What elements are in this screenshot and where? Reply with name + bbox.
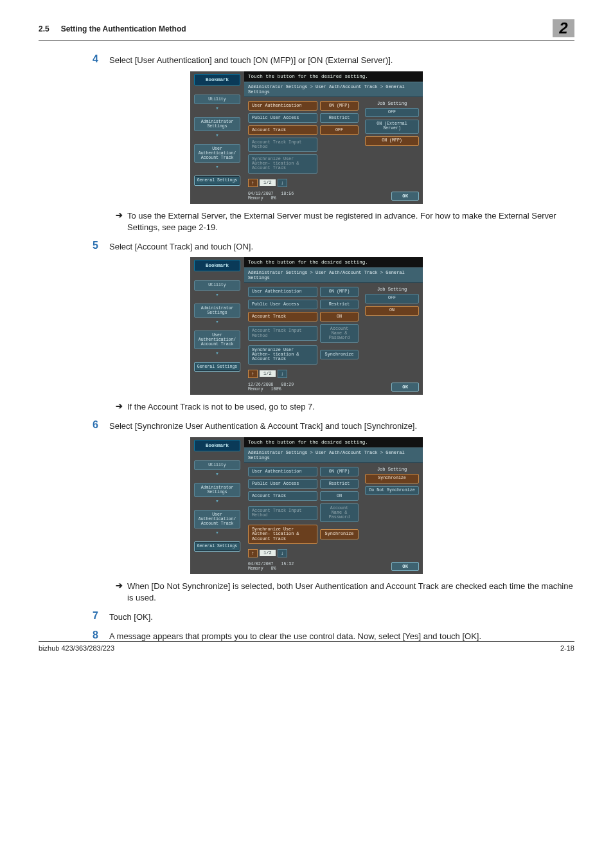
left-nav-item[interactable]: Utility [194, 280, 240, 290]
arrow-icon: ➔ [116, 401, 127, 413]
setting-row: Account Track Input MethodAccount Name &… [248, 324, 361, 343]
side-option-button[interactable]: ON [365, 306, 419, 316]
pager-down-button[interactable]: ↓ [278, 549, 287, 557]
ok-button[interactable]: OK [391, 562, 419, 571]
side-option-button[interactable]: ON (External Server) [365, 120, 419, 134]
setting-row: Account TrackON [248, 312, 361, 321]
setting-label[interactable]: Synchronize User Authen- tication & Acco… [248, 154, 317, 173]
left-nav-item[interactable]: General Settings [194, 362, 240, 372]
left-nav-item[interactable]: User Authentication/ Account Track [194, 144, 240, 163]
setting-label[interactable]: User Authentication [248, 287, 317, 296]
bookmark-button[interactable]: Bookmark [194, 260, 240, 271]
setting-value: Restrict [320, 113, 359, 123]
setting-row: Synchronize User Authen- tication & Acco… [248, 154, 361, 173]
setting-label[interactable]: Account Track Input Method [248, 506, 317, 520]
setting-label[interactable]: Public User Access [248, 300, 317, 309]
note-6: ➔ When [Do Not Synchronize] is selected,… [116, 581, 574, 604]
step-text: Select [User Authentication] and touch [… [109, 53, 393, 66]
ok-button[interactable]: OK [391, 383, 419, 392]
pager-up-button[interactable]: ↑ [248, 370, 258, 378]
chevron-down-icon: ▾ [215, 350, 218, 357]
side-option-button[interactable]: Synchronize [365, 474, 419, 484]
ok-button[interactable]: OK [391, 192, 419, 201]
left-nav-item[interactable]: Administrator Settings [194, 303, 240, 318]
step-text: Select [Synchronize User Authentication … [109, 419, 417, 432]
left-nav-item[interactable]: User Authentication/ Account Track [194, 510, 240, 529]
setting-label[interactable]: Synchronize User Authen- tication & Acco… [248, 525, 317, 543]
setting-value: ON (MFP) [320, 467, 359, 476]
setting-label[interactable]: Account Track [248, 312, 317, 321]
mfp-screenshot: BookmarkUtility▾Administrator Settings▾U… [190, 71, 423, 204]
bookmark-button[interactable]: Bookmark [194, 440, 240, 451]
chevron-down-icon: ▾ [215, 132, 218, 139]
breadcrumb: Administrator Settings > User Auth/Accou… [244, 267, 423, 283]
page-header: 2.5 Setting the Authentication Method 2 [39, 24, 574, 41]
setting-row: Account Track Input Method [248, 138, 361, 152]
setting-value: ON [320, 491, 359, 501]
breadcrumb: Administrator Settings > User Auth/Accou… [244, 448, 423, 463]
setting-label[interactable]: Public User Access [248, 479, 317, 489]
pager-down-button[interactable]: ↓ [278, 179, 287, 187]
left-nav-item[interactable]: Utility [194, 95, 240, 104]
setting-row: Public User AccessRestrict [248, 300, 361, 309]
setting-label[interactable]: User Authentication [248, 467, 317, 476]
left-nav-item[interactable]: Administrator Settings [194, 483, 240, 497]
panel-left-nav: BookmarkUtility▾Administrator Settings▾U… [190, 71, 244, 204]
panel-left-nav: BookmarkUtility▾Administrator Settings▾U… [190, 437, 244, 575]
side-option-button[interactable]: ON (MFP) [365, 136, 419, 146]
setting-row: Public User AccessRestrict [248, 479, 361, 489]
step-number: 8 [93, 629, 109, 642]
step-text: A message appears that prompts you to cl… [109, 629, 481, 642]
arrow-icon: ➔ [116, 210, 127, 233]
setting-label[interactable]: User Authentication [248, 101, 317, 111]
note-5: ➔ If the Account Track is not to be used… [116, 401, 574, 413]
step-5: 5 Select [Account Track] and touch [ON]. [93, 240, 574, 253]
side-option-button[interactable]: OFF [365, 294, 419, 303]
panel-left-nav: BookmarkUtility▾Administrator Settings▾U… [190, 257, 244, 395]
pager-indicator: 1/2 [260, 179, 276, 186]
setting-label[interactable]: Account Track [248, 491, 317, 501]
side-option-button[interactable]: Do Not Synchronize [365, 486, 419, 496]
pager-up-button[interactable]: ↑ [248, 179, 258, 187]
setting-label[interactable]: Account Track [248, 125, 317, 135]
step-text: Touch [OK]. [109, 610, 153, 623]
step-number: 6 [93, 419, 109, 432]
step-number: 7 [93, 610, 109, 623]
side-option-button[interactable]: OFF [365, 108, 419, 118]
left-nav-item[interactable]: General Settings [194, 176, 240, 185]
setting-value: ON (MFP) [320, 287, 359, 296]
pager-up-button[interactable]: ↑ [248, 549, 258, 557]
setting-label[interactable]: Public User Access [248, 113, 317, 123]
setting-row: Account Track Input MethodAccount Name &… [248, 503, 361, 522]
panel-status: 12/26/2008 08:29 Memory 100% [248, 383, 391, 392]
setting-value: Synchronize [320, 529, 359, 539]
setting-row: User AuthenticationON (MFP) [248, 287, 361, 296]
left-nav-item[interactable]: User Authentication/ Account Track [194, 330, 240, 349]
side-column-title: Job Setting [365, 287, 419, 292]
setting-value: OFF [320, 125, 359, 135]
pager-down-button[interactable]: ↓ [278, 370, 287, 378]
side-column-title: Job Setting [365, 467, 419, 472]
note-text: If the Account Track is not to be used, … [127, 401, 315, 413]
page-footer: bizhub 423/363/283/223 2-18 [39, 641, 574, 652]
footer-right: 2-18 [560, 644, 574, 652]
setting-value: ON [320, 312, 359, 321]
left-nav-item[interactable]: Utility [194, 460, 240, 470]
left-nav-item[interactable]: Administrator Settings [194, 117, 240, 131]
pager: ↑1/2↓ [248, 179, 361, 187]
setting-row: User AuthenticationON (MFP) [248, 101, 361, 111]
setting-row: Public User AccessRestrict [248, 113, 361, 123]
chevron-down-icon: ▾ [215, 105, 218, 112]
setting-label[interactable]: Account Track Input Method [248, 326, 317, 340]
panel-main: Touch the button for the desired setting… [244, 437, 423, 575]
setting-label[interactable]: Account Track Input Method [248, 138, 317, 152]
setting-value: Restrict [320, 300, 359, 309]
setting-label[interactable]: Synchronize User Authen- tication & Acco… [248, 345, 317, 364]
bookmark-button[interactable]: Bookmark [194, 74, 240, 86]
chevron-down-icon: ▾ [215, 498, 218, 505]
setting-value: Account Name & Password [320, 503, 359, 522]
breadcrumb: Administrator Settings > User Auth/Accou… [244, 82, 423, 97]
left-nav-item[interactable]: General Settings [194, 541, 240, 551]
chapter-badge: 2 [553, 19, 574, 37]
chevron-down-icon: ▾ [215, 529, 218, 536]
